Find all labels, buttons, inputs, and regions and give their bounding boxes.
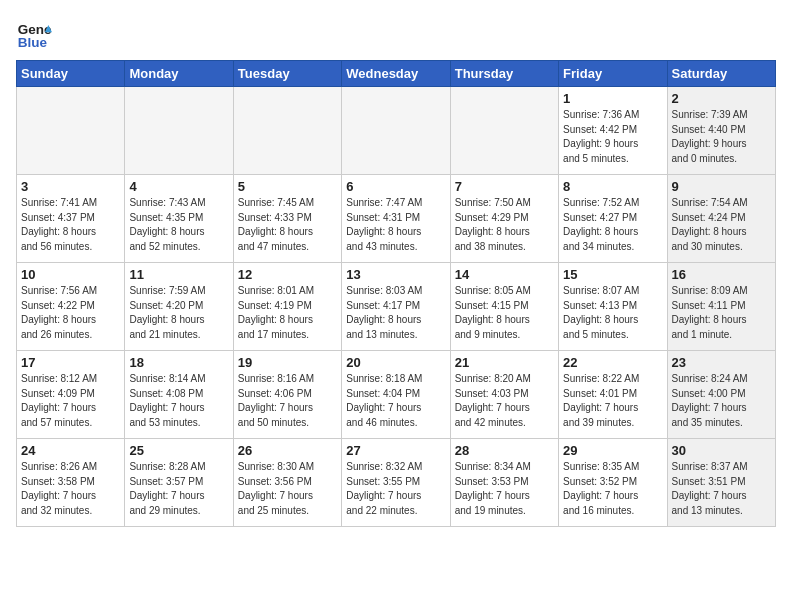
day-info: Sunrise: 8:14 AM Sunset: 4:08 PM Dayligh… xyxy=(129,372,228,430)
logo-icon: General Blue xyxy=(16,16,52,52)
calendar-cell: 25Sunrise: 8:28 AM Sunset: 3:57 PM Dayli… xyxy=(125,439,233,527)
weekday-header-saturday: Saturday xyxy=(667,61,775,87)
day-info: Sunrise: 8:26 AM Sunset: 3:58 PM Dayligh… xyxy=(21,460,120,518)
calendar-cell: 19Sunrise: 8:16 AM Sunset: 4:06 PM Dayli… xyxy=(233,351,341,439)
day-info: Sunrise: 7:41 AM Sunset: 4:37 PM Dayligh… xyxy=(21,196,120,254)
day-number: 26 xyxy=(238,443,337,458)
day-number: 23 xyxy=(672,355,771,370)
day-info: Sunrise: 7:59 AM Sunset: 4:20 PM Dayligh… xyxy=(129,284,228,342)
calendar-cell xyxy=(450,87,558,175)
weekday-header-sunday: Sunday xyxy=(17,61,125,87)
day-info: Sunrise: 8:28 AM Sunset: 3:57 PM Dayligh… xyxy=(129,460,228,518)
day-info: Sunrise: 8:35 AM Sunset: 3:52 PM Dayligh… xyxy=(563,460,662,518)
calendar-cell: 4Sunrise: 7:43 AM Sunset: 4:35 PM Daylig… xyxy=(125,175,233,263)
calendar-cell: 28Sunrise: 8:34 AM Sunset: 3:53 PM Dayli… xyxy=(450,439,558,527)
day-info: Sunrise: 7:54 AM Sunset: 4:24 PM Dayligh… xyxy=(672,196,771,254)
day-info: Sunrise: 8:05 AM Sunset: 4:15 PM Dayligh… xyxy=(455,284,554,342)
day-number: 27 xyxy=(346,443,445,458)
day-info: Sunrise: 8:07 AM Sunset: 4:13 PM Dayligh… xyxy=(563,284,662,342)
day-number: 11 xyxy=(129,267,228,282)
day-info: Sunrise: 8:30 AM Sunset: 3:56 PM Dayligh… xyxy=(238,460,337,518)
calendar-cell: 26Sunrise: 8:30 AM Sunset: 3:56 PM Dayli… xyxy=(233,439,341,527)
calendar-cell: 16Sunrise: 8:09 AM Sunset: 4:11 PM Dayli… xyxy=(667,263,775,351)
day-info: Sunrise: 8:09 AM Sunset: 4:11 PM Dayligh… xyxy=(672,284,771,342)
svg-text:Blue: Blue xyxy=(18,35,48,50)
day-number: 8 xyxy=(563,179,662,194)
calendar-cell: 30Sunrise: 8:37 AM Sunset: 3:51 PM Dayli… xyxy=(667,439,775,527)
day-info: Sunrise: 8:16 AM Sunset: 4:06 PM Dayligh… xyxy=(238,372,337,430)
day-number: 30 xyxy=(672,443,771,458)
calendar-cell: 17Sunrise: 8:12 AM Sunset: 4:09 PM Dayli… xyxy=(17,351,125,439)
day-info: Sunrise: 7:43 AM Sunset: 4:35 PM Dayligh… xyxy=(129,196,228,254)
day-number: 3 xyxy=(21,179,120,194)
calendar-cell: 23Sunrise: 8:24 AM Sunset: 4:00 PM Dayli… xyxy=(667,351,775,439)
calendar-week-2: 3Sunrise: 7:41 AM Sunset: 4:37 PM Daylig… xyxy=(17,175,776,263)
day-info: Sunrise: 7:47 AM Sunset: 4:31 PM Dayligh… xyxy=(346,196,445,254)
day-info: Sunrise: 8:12 AM Sunset: 4:09 PM Dayligh… xyxy=(21,372,120,430)
day-number: 4 xyxy=(129,179,228,194)
calendar-cell xyxy=(125,87,233,175)
weekday-header-wednesday: Wednesday xyxy=(342,61,450,87)
day-number: 29 xyxy=(563,443,662,458)
calendar-week-4: 17Sunrise: 8:12 AM Sunset: 4:09 PM Dayli… xyxy=(17,351,776,439)
calendar-header: SundayMondayTuesdayWednesdayThursdayFrid… xyxy=(17,61,776,87)
calendar-table: SundayMondayTuesdayWednesdayThursdayFrid… xyxy=(16,60,776,527)
calendar-week-5: 24Sunrise: 8:26 AM Sunset: 3:58 PM Dayli… xyxy=(17,439,776,527)
calendar-cell xyxy=(17,87,125,175)
day-info: Sunrise: 8:34 AM Sunset: 3:53 PM Dayligh… xyxy=(455,460,554,518)
day-number: 18 xyxy=(129,355,228,370)
day-number: 12 xyxy=(238,267,337,282)
calendar-cell: 12Sunrise: 8:01 AM Sunset: 4:19 PM Dayli… xyxy=(233,263,341,351)
calendar-cell: 3Sunrise: 7:41 AM Sunset: 4:37 PM Daylig… xyxy=(17,175,125,263)
calendar-cell: 20Sunrise: 8:18 AM Sunset: 4:04 PM Dayli… xyxy=(342,351,450,439)
calendar-cell: 21Sunrise: 8:20 AM Sunset: 4:03 PM Dayli… xyxy=(450,351,558,439)
calendar-cell: 18Sunrise: 8:14 AM Sunset: 4:08 PM Dayli… xyxy=(125,351,233,439)
day-info: Sunrise: 7:50 AM Sunset: 4:29 PM Dayligh… xyxy=(455,196,554,254)
calendar-cell: 15Sunrise: 8:07 AM Sunset: 4:13 PM Dayli… xyxy=(559,263,667,351)
day-info: Sunrise: 8:03 AM Sunset: 4:17 PM Dayligh… xyxy=(346,284,445,342)
day-info: Sunrise: 7:39 AM Sunset: 4:40 PM Dayligh… xyxy=(672,108,771,166)
weekday-header-row: SundayMondayTuesdayWednesdayThursdayFrid… xyxy=(17,61,776,87)
day-info: Sunrise: 8:24 AM Sunset: 4:00 PM Dayligh… xyxy=(672,372,771,430)
logo: General Blue xyxy=(16,16,56,52)
calendar-cell: 22Sunrise: 8:22 AM Sunset: 4:01 PM Dayli… xyxy=(559,351,667,439)
calendar-cell: 6Sunrise: 7:47 AM Sunset: 4:31 PM Daylig… xyxy=(342,175,450,263)
day-info: Sunrise: 8:37 AM Sunset: 3:51 PM Dayligh… xyxy=(672,460,771,518)
calendar-cell: 27Sunrise: 8:32 AM Sunset: 3:55 PM Dayli… xyxy=(342,439,450,527)
day-number: 22 xyxy=(563,355,662,370)
day-number: 10 xyxy=(21,267,120,282)
day-info: Sunrise: 7:52 AM Sunset: 4:27 PM Dayligh… xyxy=(563,196,662,254)
day-number: 13 xyxy=(346,267,445,282)
day-number: 2 xyxy=(672,91,771,106)
day-info: Sunrise: 7:45 AM Sunset: 4:33 PM Dayligh… xyxy=(238,196,337,254)
day-number: 6 xyxy=(346,179,445,194)
calendar-cell xyxy=(342,87,450,175)
calendar-cell: 10Sunrise: 7:56 AM Sunset: 4:22 PM Dayli… xyxy=(17,263,125,351)
weekday-header-monday: Monday xyxy=(125,61,233,87)
day-number: 14 xyxy=(455,267,554,282)
calendar-cell: 5Sunrise: 7:45 AM Sunset: 4:33 PM Daylig… xyxy=(233,175,341,263)
day-number: 24 xyxy=(21,443,120,458)
calendar-cell: 13Sunrise: 8:03 AM Sunset: 4:17 PM Dayli… xyxy=(342,263,450,351)
calendar-week-1: 1Sunrise: 7:36 AM Sunset: 4:42 PM Daylig… xyxy=(17,87,776,175)
calendar-cell: 8Sunrise: 7:52 AM Sunset: 4:27 PM Daylig… xyxy=(559,175,667,263)
calendar-cell: 7Sunrise: 7:50 AM Sunset: 4:29 PM Daylig… xyxy=(450,175,558,263)
day-number: 5 xyxy=(238,179,337,194)
day-info: Sunrise: 8:22 AM Sunset: 4:01 PM Dayligh… xyxy=(563,372,662,430)
day-info: Sunrise: 8:32 AM Sunset: 3:55 PM Dayligh… xyxy=(346,460,445,518)
calendar-cell xyxy=(233,87,341,175)
day-number: 21 xyxy=(455,355,554,370)
day-info: Sunrise: 7:36 AM Sunset: 4:42 PM Dayligh… xyxy=(563,108,662,166)
day-number: 15 xyxy=(563,267,662,282)
day-info: Sunrise: 8:20 AM Sunset: 4:03 PM Dayligh… xyxy=(455,372,554,430)
calendar-cell: 9Sunrise: 7:54 AM Sunset: 4:24 PM Daylig… xyxy=(667,175,775,263)
calendar-cell: 29Sunrise: 8:35 AM Sunset: 3:52 PM Dayli… xyxy=(559,439,667,527)
day-info: Sunrise: 8:01 AM Sunset: 4:19 PM Dayligh… xyxy=(238,284,337,342)
calendar-cell: 11Sunrise: 7:59 AM Sunset: 4:20 PM Dayli… xyxy=(125,263,233,351)
calendar-body: 1Sunrise: 7:36 AM Sunset: 4:42 PM Daylig… xyxy=(17,87,776,527)
calendar-cell: 24Sunrise: 8:26 AM Sunset: 3:58 PM Dayli… xyxy=(17,439,125,527)
day-number: 28 xyxy=(455,443,554,458)
day-number: 9 xyxy=(672,179,771,194)
calendar-cell: 1Sunrise: 7:36 AM Sunset: 4:42 PM Daylig… xyxy=(559,87,667,175)
calendar-cell: 14Sunrise: 8:05 AM Sunset: 4:15 PM Dayli… xyxy=(450,263,558,351)
